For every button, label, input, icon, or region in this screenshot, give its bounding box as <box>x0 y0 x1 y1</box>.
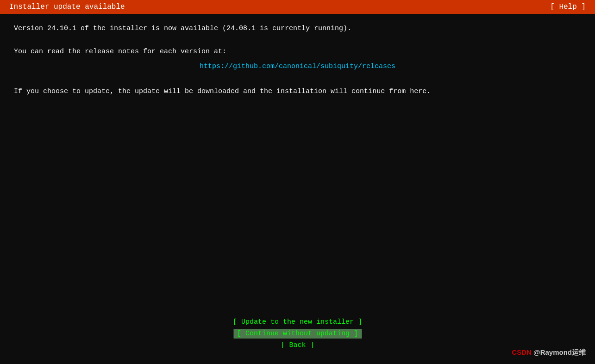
buttons-area: [ Update to the new installer ] [ Contin… <box>229 317 366 350</box>
content-line-5: If you choose to update, the update will… <box>14 86 581 97</box>
header-title: Installer update available <box>9 3 125 11</box>
content-line-3: You can read the release notes for each … <box>14 46 581 57</box>
content-url: https://github.com/canonical/subiquity/r… <box>14 61 581 72</box>
content-line-1: Version 24.10.1 of the installer is now … <box>14 23 581 34</box>
back-button[interactable]: [ Back ] <box>277 340 318 350</box>
blank-line-1 <box>14 36 581 46</box>
content-area: Version 24.10.1 of the installer is now … <box>0 14 595 108</box>
continue-button[interactable]: [ Continue without updating ] <box>233 329 362 339</box>
watermark-csdn: CSDN <box>512 348 533 356</box>
update-button[interactable]: [ Update to the new installer ] <box>229 317 366 327</box>
header-help: [ Help ] <box>550 3 586 11</box>
watermark: CSDN @Raymond运维 <box>512 348 586 357</box>
header-bar: Installer update available [ Help ] <box>0 0 595 14</box>
watermark-handle: @Raymond运维 <box>533 348 586 356</box>
blank-line-2 <box>14 76 581 86</box>
terminal-screen: Installer update available [ Help ] Vers… <box>0 0 595 364</box>
